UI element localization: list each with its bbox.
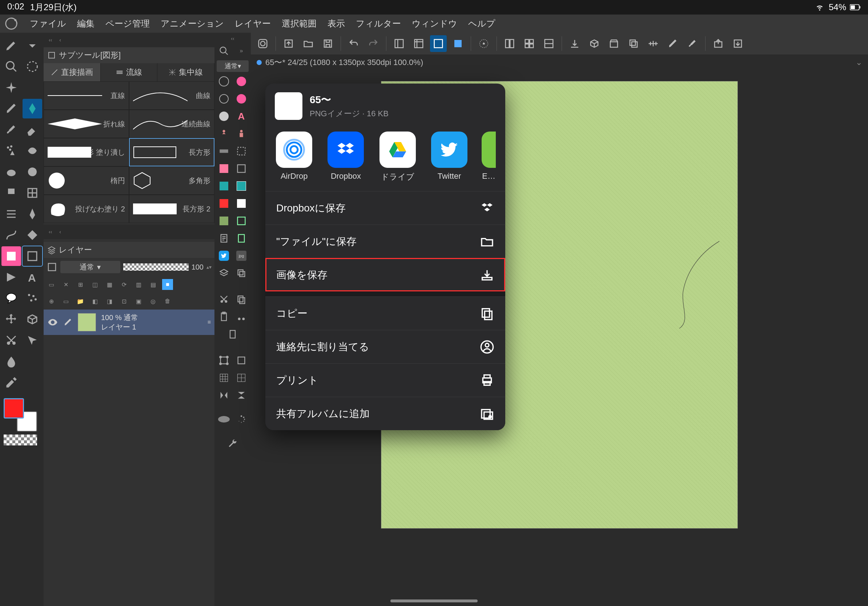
- strip-loading-icon[interactable]: [233, 411, 250, 427]
- op-icon[interactable]: ⟳: [118, 279, 129, 290]
- strip-transform2-icon[interactable]: [233, 352, 250, 368]
- menu-edit[interactable]: 編集: [77, 18, 95, 29]
- strip-clipboard-icon[interactable]: [225, 326, 240, 342]
- share-apps-row[interactable]: AirDrop Dropbox ドライブ Twitter E…: [265, 128, 505, 191]
- tb-export-icon[interactable]: [280, 35, 297, 52]
- tool-deco-icon[interactable]: [23, 141, 42, 161]
- opacity-slider[interactable]: [123, 263, 189, 271]
- share-app-airdrop[interactable]: AirDrop: [275, 131, 313, 182]
- share-app-dropbox[interactable]: Dropbox: [326, 131, 365, 182]
- menu-anim[interactable]: アニメーション: [161, 18, 224, 29]
- strip-flip-v-icon[interactable]: [233, 387, 250, 403]
- app-logo[interactable]: [4, 16, 19, 31]
- strip-blend-select[interactable]: 通常 ▾: [217, 60, 249, 72]
- strip-stack-icon[interactable]: [233, 265, 250, 281]
- shape-rect2[interactable]: 長方形 2: [129, 195, 214, 223]
- strip-a-icon[interactable]: A: [233, 108, 250, 124]
- tool-spark-icon[interactable]: [2, 78, 21, 97]
- folder-icon[interactable]: 📁: [75, 296, 86, 307]
- tool-move-icon[interactable]: [2, 309, 21, 329]
- tool-more-icon[interactable]: [23, 36, 42, 55]
- menu-view[interactable]: 表示: [327, 18, 345, 29]
- foreground-color[interactable]: [4, 398, 24, 419]
- strip-page2-icon[interactable]: [233, 230, 250, 246]
- menu-help[interactable]: ヘルプ: [468, 18, 495, 29]
- tool-gradient-icon[interactable]: [2, 246, 21, 266]
- menu-page[interactable]: ページ管理: [105, 18, 150, 29]
- tool-lines-icon[interactable]: [2, 204, 21, 224]
- strip-brush-size-icon[interactable]: [216, 411, 232, 427]
- tool-grid-icon[interactable]: [23, 183, 42, 203]
- layer-item[interactable]: 100 % 通常 レイヤー 1 ≡: [43, 309, 214, 335]
- op-icon[interactable]: ✕: [60, 279, 71, 290]
- strip-cut2-icon[interactable]: [233, 309, 250, 325]
- shape-lasso-fill[interactable]: 投げなわ塗り 2: [43, 195, 129, 223]
- tb-circle-icon[interactable]: [254, 35, 271, 52]
- strip-flip-h-icon[interactable]: [216, 387, 232, 403]
- op-icon[interactable]: ■: [162, 279, 173, 290]
- shape-rect[interactable]: 長方形: [129, 138, 214, 166]
- new-layer-icon[interactable]: ⊕: [46, 296, 57, 307]
- strip-chevron-icon[interactable]: »: [233, 43, 250, 59]
- strip-twitter-icon[interactable]: [216, 248, 232, 264]
- menu-layer[interactable]: レイヤー: [235, 18, 271, 29]
- tool-brush2-icon[interactable]: [2, 120, 21, 139]
- chevron-down-icon[interactable]: ⌄: [856, 58, 862, 67]
- eye-icon[interactable]: [47, 317, 58, 328]
- tb-save-icon[interactable]: [319, 35, 336, 52]
- strip-mesh-icon[interactable]: [216, 370, 232, 386]
- share-row-dropbox[interactable]: Dropboxに保存: [265, 191, 505, 224]
- share-row-album[interactable]: 共有アルバムに追加: [265, 397, 505, 430]
- strip-circle-icon[interactable]: [216, 73, 232, 90]
- tb-ruler-icon[interactable]: [411, 35, 427, 52]
- tool-3d-icon[interactable]: [23, 309, 42, 329]
- document-tab[interactable]: 65〜* 24/25 (1080 x 1350px 350dpi 100.0%)…: [251, 54, 868, 71]
- tb-timeline-icon[interactable]: [645, 35, 662, 52]
- strip-dot-pink[interactable]: [233, 73, 250, 90]
- layer-menu-icon[interactable]: ≡: [208, 319, 211, 326]
- share-app-more[interactable]: E…: [482, 131, 496, 182]
- menu-window[interactable]: ウィンドウ: [412, 18, 457, 29]
- tool-spray-icon[interactable]: [2, 141, 21, 161]
- share-row-files[interactable]: "ファイル"に保存: [265, 224, 505, 258]
- share-app-twitter[interactable]: Twitter: [430, 131, 468, 182]
- share-app-drive[interactable]: ドライブ: [378, 131, 417, 182]
- tool-text-icon[interactable]: A: [23, 267, 42, 287]
- tool-marquee-icon[interactable]: [23, 57, 42, 76]
- op-icon[interactable]: ▭: [60, 296, 71, 307]
- strip-copy-icon[interactable]: [233, 291, 250, 308]
- tool-arrow-icon[interactable]: [23, 331, 42, 350]
- tb-snap-icon[interactable]: [476, 35, 492, 52]
- tool-shape-icon[interactable]: [23, 246, 42, 266]
- shape-rect-fill[interactable]: 長方形 塗り潰し: [43, 138, 129, 166]
- shape-polygon[interactable]: 多角形: [129, 166, 214, 195]
- op-icon[interactable]: ◎: [147, 296, 158, 307]
- shape-line[interactable]: 直線: [43, 81, 129, 110]
- strip-dashed-icon[interactable]: [233, 143, 250, 159]
- color-swatches[interactable]: [2, 398, 42, 442]
- tb-panel-icon[interactable]: [391, 35, 408, 52]
- op-icon[interactable]: ▥: [133, 279, 144, 290]
- shape-polyline[interactable]: 折れ線: [43, 110, 129, 138]
- tb-undo-icon[interactable]: [345, 35, 362, 52]
- strip-transform-icon[interactable]: [216, 352, 232, 368]
- tb-redo-icon[interactable]: [365, 35, 382, 52]
- subtool-tab-direct[interactable]: 直接描画: [43, 63, 101, 81]
- tool-pen2-icon[interactable]: [23, 204, 42, 224]
- strip-page-icon[interactable]: [216, 230, 232, 246]
- op-icon[interactable]: ▭: [46, 279, 57, 290]
- menu-file[interactable]: ファイル: [30, 18, 66, 29]
- tool-drop-icon[interactable]: [2, 352, 21, 371]
- panel-tab-handles[interactable]: ‹‹‹: [43, 33, 214, 47]
- tool-blend-icon[interactable]: [2, 162, 21, 182]
- op-icon[interactable]: ◨: [104, 296, 115, 307]
- op-icon[interactable]: ▤: [147, 279, 158, 290]
- tool-eraser-icon[interactable]: [23, 120, 42, 139]
- tool-paint-icon[interactable]: [2, 183, 21, 203]
- tb-clap-icon[interactable]: [606, 35, 622, 52]
- tb-download-icon[interactable]: [566, 35, 583, 52]
- op-icon[interactable]: ▦: [104, 279, 115, 290]
- tb-import-icon[interactable]: [730, 35, 746, 52]
- tool-search-icon[interactable]: [2, 57, 21, 76]
- shape-ellipse[interactable]: 楕円: [43, 166, 129, 195]
